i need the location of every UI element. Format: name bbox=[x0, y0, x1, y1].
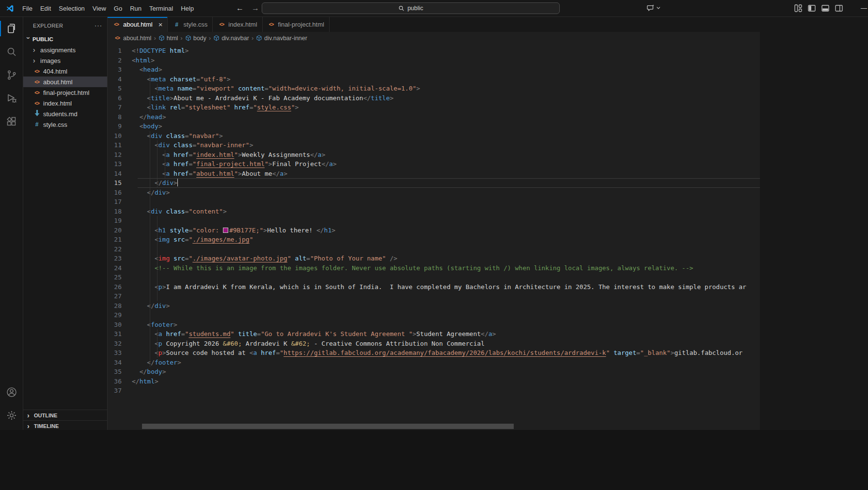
ellipsis-icon[interactable]: ··· bbox=[95, 22, 102, 29]
customize-layout-icon[interactable] bbox=[794, 4, 803, 13]
toggle-panel-icon[interactable] bbox=[821, 4, 830, 13]
tab-final-project.html[interactable]: <>final-project.html bbox=[263, 17, 330, 32]
code-line[interactable]: 17 bbox=[108, 197, 760, 207]
tab-index.html[interactable]: <>index.html bbox=[213, 17, 262, 32]
forward-arrow[interactable]: → bbox=[250, 3, 261, 14]
file-tree-item-students.md[interactable]: students.md bbox=[23, 108, 107, 119]
command-center-search[interactable]: public bbox=[262, 2, 560, 14]
breadcrumb-item[interactable]: <>about.html bbox=[113, 35, 151, 42]
explorer-root-folder[interactable]: › PUBLIC bbox=[23, 34, 107, 45]
code-line[interactable]: 14 <a href="about.html">About me</a> bbox=[108, 169, 760, 179]
file-tree-item-images[interactable]: ›images bbox=[23, 55, 107, 66]
code-line[interactable]: 6 <title>About me - Ardradevi K - Fab Ac… bbox=[108, 93, 760, 103]
code-line[interactable]: 3 <head> bbox=[108, 65, 760, 75]
code-line[interactable]: 18 <div class="content"> bbox=[108, 207, 760, 216]
code-line[interactable]: 7 <link rel="stylesheet" href="style.css… bbox=[108, 103, 760, 112]
code-line[interactable]: 20 <h1 style="color: #9B177E;">Hello the… bbox=[108, 226, 760, 235]
code-line[interactable]: 30 <footer> bbox=[108, 320, 760, 330]
menu-go[interactable]: Go bbox=[110, 3, 126, 14]
code-line[interactable]: 32 <p Copyright 2026 &#60; Ardradevi K &… bbox=[108, 339, 760, 349]
account-button[interactable] bbox=[0, 381, 23, 404]
code-line[interactable]: 8 </head> bbox=[108, 112, 760, 122]
code-line[interactable]: 11 <div class="navbar-inner"> bbox=[108, 140, 760, 150]
menu-file[interactable]: File bbox=[18, 3, 36, 14]
breadcrumb-item[interactable]: div.navbar bbox=[213, 35, 249, 42]
code-line[interactable]: 9 <body> bbox=[108, 122, 760, 131]
explorer-activity-button[interactable] bbox=[0, 17, 23, 40]
code-line[interactable]: 25 bbox=[108, 273, 760, 282]
breadcrumb-item[interactable]: html bbox=[158, 35, 178, 42]
code-line[interactable]: 29 bbox=[108, 310, 760, 320]
file-tree-item-about.html[interactable]: <>about.html bbox=[23, 77, 107, 87]
breadcrumb-item[interactable]: div.navbar-inner bbox=[256, 35, 307, 42]
file-name: assignments bbox=[40, 46, 76, 54]
code-line[interactable]: 5 <meta name="viewport" content="width=d… bbox=[108, 84, 760, 93]
code-line[interactable]: 16 </div> bbox=[108, 188, 760, 198]
settings-button[interactable] bbox=[0, 404, 23, 427]
breadcrumb-separator: › bbox=[208, 34, 212, 42]
scrollbar-slider[interactable] bbox=[142, 424, 514, 429]
code-line[interactable]: 10 <div class="navbar"> bbox=[108, 131, 760, 141]
outline-section[interactable]: › OUTLINE bbox=[23, 410, 107, 420]
code-line[interactable]: 28 </div> bbox=[108, 301, 760, 311]
code-line[interactable]: 21 <img src="./images/me.jpg" bbox=[108, 235, 760, 245]
search-activity-button[interactable] bbox=[0, 40, 23, 63]
menu-terminal[interactable]: Terminal bbox=[145, 3, 177, 14]
code-line[interactable]: 27 bbox=[108, 291, 760, 301]
code-line[interactable]: 19 bbox=[108, 216, 760, 226]
code-editor[interactable]: 1<!DOCTYPE html>2<html>3 <head>4 <meta c… bbox=[108, 44, 760, 423]
code-line[interactable]: 13 <a href="final-project.html">Final Pr… bbox=[108, 159, 760, 169]
color-swatch[interactable] bbox=[223, 228, 228, 233]
toggle-secondary-sidebar-icon[interactable] bbox=[835, 4, 843, 13]
file-tree-item-final-project.html[interactable]: <>final-project.html bbox=[23, 87, 107, 98]
source-control-activity-button[interactable] bbox=[0, 63, 23, 87]
code-line[interactable]: 33 <p>Source code hosted at <a href="htt… bbox=[108, 348, 760, 358]
code-line[interactable]: 37 bbox=[108, 386, 760, 396]
code-line[interactable]: 2<html> bbox=[108, 56, 760, 65]
file-name: final-project.html bbox=[43, 89, 89, 96]
code-line[interactable]: 12 <a href="index.html">Weekly Assignmen… bbox=[108, 150, 760, 160]
code-line[interactable]: 23 <img src="./images/avatar-photo.jpg" … bbox=[108, 254, 760, 263]
chevron-right-icon: › bbox=[27, 424, 32, 429]
code-line[interactable]: 34 </footer> bbox=[108, 358, 760, 368]
code-line[interactable]: 22 bbox=[108, 245, 760, 254]
menu-edit[interactable]: Edit bbox=[36, 3, 55, 14]
indent-guide bbox=[150, 140, 150, 150]
timeline-section[interactable]: › TIMELINE bbox=[23, 420, 107, 430]
code-line[interactable]: 31 <a href="students.md" title="Go to Ar… bbox=[108, 329, 760, 339]
menu-view[interactable]: View bbox=[89, 3, 110, 14]
menu-run[interactable]: Run bbox=[126, 3, 145, 14]
close-icon[interactable]: × bbox=[158, 22, 163, 28]
back-arrow[interactable]: ← bbox=[235, 3, 245, 14]
file-tree-item-style.css[interactable]: #style.css bbox=[23, 119, 107, 130]
indent-guide bbox=[150, 103, 150, 112]
code-line[interactable]: 35 </body> bbox=[108, 367, 760, 377]
indent-guide bbox=[157, 263, 158, 273]
file-tree-item-index.html[interactable]: <>index.html bbox=[23, 98, 107, 108]
copilot-chat-button[interactable] bbox=[647, 4, 661, 12]
code-line[interactable]: 24 <!-- While this is an image from the … bbox=[108, 263, 760, 273]
file-name: index.html bbox=[43, 100, 72, 107]
indent-guide bbox=[157, 282, 158, 292]
indent-guide bbox=[165, 159, 165, 169]
extensions-activity-button[interactable] bbox=[0, 110, 23, 133]
run-debug-activity-button[interactable] bbox=[0, 87, 23, 110]
breadcrumb-item[interactable]: body bbox=[185, 35, 206, 42]
code-line[interactable]: 15 </div> bbox=[108, 178, 760, 188]
file-tree-item-assignments[interactable]: ›assignments bbox=[23, 45, 107, 55]
tab-style.css[interactable]: #style.css bbox=[168, 17, 213, 32]
code-line[interactable]: 26 <p>I am Ardradevi K from Kerala, whic… bbox=[108, 282, 760, 292]
file-tree-item-404.html[interactable]: <>404.html bbox=[23, 66, 107, 77]
indent-guide bbox=[150, 159, 150, 169]
code-line[interactable]: 1<!DOCTYPE html> bbox=[108, 46, 760, 56]
menu-selection[interactable]: Selection bbox=[55, 3, 88, 14]
code-line[interactable]: 4 <meta charset="utf-8"> bbox=[108, 75, 760, 84]
code-line[interactable]: 36</html> bbox=[108, 377, 760, 386]
minimize-button[interactable]: — bbox=[860, 4, 868, 13]
horizontal-scrollbar[interactable] bbox=[108, 424, 760, 429]
tab-about.html[interactable]: <>about.html× bbox=[108, 17, 168, 32]
indent-guide bbox=[157, 169, 158, 179]
menu-help[interactable]: Help bbox=[177, 3, 198, 14]
toggle-primary-sidebar-icon[interactable] bbox=[807, 4, 816, 13]
line-number: 18 bbox=[108, 207, 132, 216]
